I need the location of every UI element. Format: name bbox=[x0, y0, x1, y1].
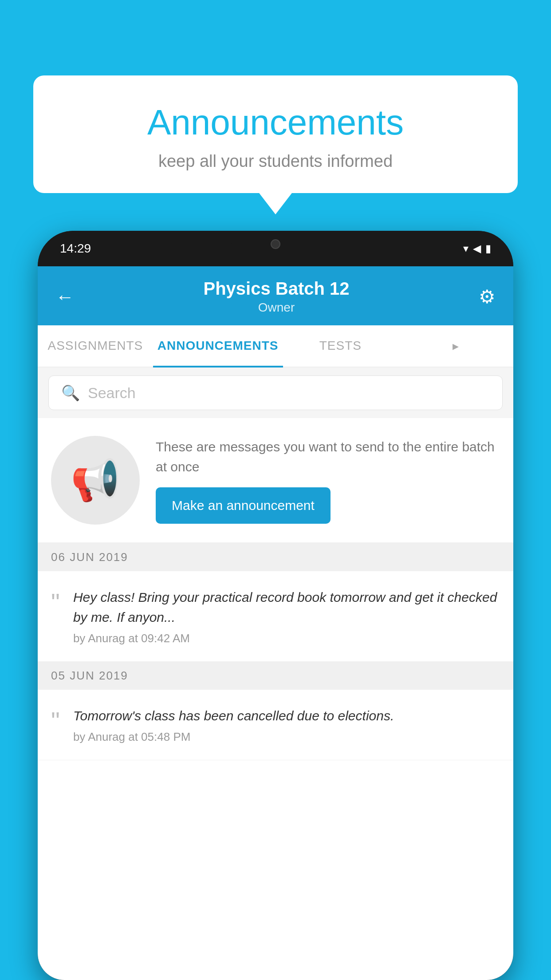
search-input[interactable]: Search bbox=[88, 384, 136, 402]
camera bbox=[271, 239, 280, 249]
phone-mockup: 14:29 ▾ ◀ ▮ ← Physics Batch 12 Owner ⚙ A… bbox=[38, 231, 513, 980]
make-announcement-button[interactable]: Make an announcement bbox=[156, 487, 331, 524]
date-separator-1: 06 JUN 2019 bbox=[38, 543, 513, 571]
notch bbox=[231, 231, 320, 257]
announcement-meta-2: by Anurag at 05:48 PM bbox=[73, 730, 500, 744]
announcement-text-1: Hey class! Bring your practical record b… bbox=[73, 587, 500, 627]
bubble-subtitle: keep all your students informed bbox=[51, 152, 500, 171]
tab-assignments[interactable]: ASSIGNMENTS bbox=[38, 325, 153, 367]
search-icon: 🔍 bbox=[61, 384, 80, 402]
cta-description: These are messages you want to send to t… bbox=[156, 437, 500, 477]
wifi-icon: ▾ bbox=[463, 242, 468, 255]
header-title-area: Physics Batch 12 Owner bbox=[203, 279, 349, 315]
bubble-title: Announcements bbox=[51, 102, 500, 143]
speech-bubble: Announcements keep all your students inf… bbox=[33, 75, 518, 193]
tabs-bar: ASSIGNMENTS ANNOUNCEMENTS TESTS ▸ bbox=[38, 325, 513, 368]
announcement-item-1[interactable]: " Hey class! Bring your practical record… bbox=[38, 571, 513, 662]
cta-right: These are messages you want to send to t… bbox=[156, 437, 500, 524]
date-separator-2: 05 JUN 2019 bbox=[38, 662, 513, 690]
settings-icon[interactable]: ⚙ bbox=[479, 286, 496, 308]
tab-announcements[interactable]: ANNOUNCEMENTS bbox=[153, 325, 283, 367]
megaphone-circle: 📢 bbox=[51, 436, 140, 525]
header-subtitle: Owner bbox=[203, 300, 349, 315]
search-bar[interactable]: 🔍 Search bbox=[48, 375, 503, 410]
tab-more[interactable]: ▸ bbox=[398, 325, 513, 367]
battery-icon: ▮ bbox=[485, 242, 491, 255]
back-button[interactable]: ← bbox=[55, 286, 74, 308]
announcement-text-area-1: Hey class! Bring your practical record b… bbox=[73, 587, 500, 645]
quote-icon-1: " bbox=[51, 587, 60, 615]
header-title: Physics Batch 12 bbox=[203, 279, 349, 299]
announcement-meta-1: by Anurag at 09:42 AM bbox=[73, 632, 500, 645]
app-content: ← Physics Batch 12 Owner ⚙ ASSIGNMENTS A… bbox=[38, 266, 513, 980]
megaphone-icon: 📢 bbox=[71, 457, 120, 504]
signal-icon: ◀ bbox=[473, 242, 481, 255]
app-header: ← Physics Batch 12 Owner ⚙ bbox=[38, 266, 513, 325]
status-bar: 14:29 ▾ ◀ ▮ bbox=[38, 231, 513, 266]
status-time: 14:29 bbox=[60, 241, 91, 256]
announcement-item-2[interactable]: " Tomorrow's class has been cancelled du… bbox=[38, 690, 513, 760]
tab-tests[interactable]: TESTS bbox=[283, 325, 398, 367]
announcement-cta: 📢 These are messages you want to send to… bbox=[38, 418, 513, 543]
announcement-text-area-2: Tomorrow's class has been cancelled due … bbox=[73, 706, 500, 744]
status-icons: ▾ ◀ ▮ bbox=[463, 242, 491, 255]
announcement-text-2: Tomorrow's class has been cancelled due … bbox=[73, 706, 500, 726]
search-container: 🔍 Search bbox=[38, 368, 513, 418]
quote-icon-2: " bbox=[51, 706, 60, 733]
